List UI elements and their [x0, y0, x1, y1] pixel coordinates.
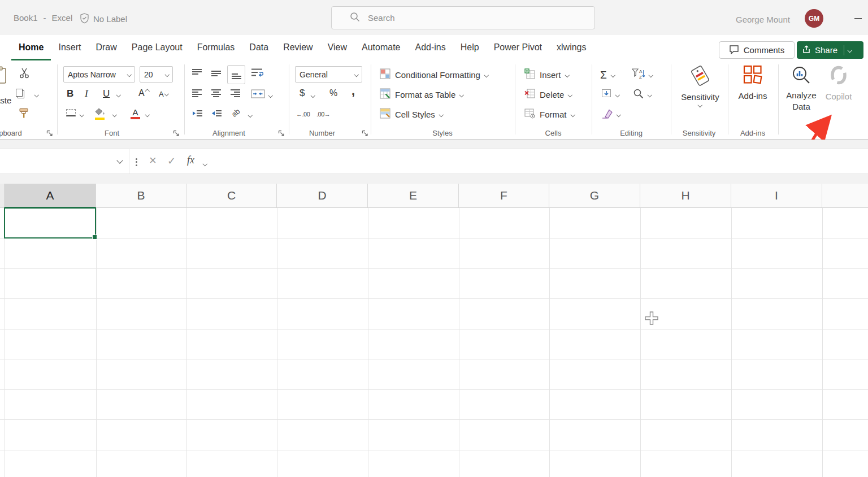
underline-button[interactable]: U	[103, 88, 110, 99]
tab-insert[interactable]: Insert	[51, 40, 88, 60]
autosum-button[interactable]: Σ	[600, 66, 614, 84]
comma-style-button[interactable]: ,	[351, 84, 355, 98]
format-as-table-button[interactable]: Format as Table	[380, 86, 463, 103]
enter-check-icon[interactable]: ✓	[167, 155, 176, 167]
align-center-icon[interactable]	[211, 89, 221, 98]
currency-button[interactable]: $	[300, 88, 305, 99]
format-painter-icon[interactable]	[19, 108, 28, 121]
increase-indent-icon[interactable]	[211, 110, 222, 120]
align-top-icon[interactable]	[192, 69, 202, 77]
font-name-combo[interactable]: Aptos Narrow	[63, 66, 135, 83]
sheet-grid[interactable]	[0, 208, 868, 477]
sort-filter-button[interactable]: AZ	[632, 66, 653, 84]
column-header[interactable]: D	[277, 184, 368, 208]
formula-bar-grip[interactable]	[136, 157, 137, 167]
share-dropdown-chevron[interactable]	[848, 48, 852, 53]
tab-power-pivot[interactable]: Power Pivot	[487, 40, 549, 60]
format-as-table-icon	[380, 88, 390, 101]
percent-button[interactable]: %	[329, 88, 337, 98]
increase-decimal-button[interactable]: ←.00	[296, 111, 310, 118]
paste-icon[interactable]	[0, 66, 7, 87]
add-ins-button-label: Add-ins	[739, 91, 767, 101]
tab-add-ins[interactable]: Add-ins	[408, 40, 453, 60]
delete-cells-button[interactable]: Delete	[524, 86, 572, 103]
fx-icon[interactable]: fx	[187, 154, 194, 166]
tab-home[interactable]: Home	[11, 40, 51, 60]
column-header[interactable]: F	[459, 184, 549, 208]
name-box-chevron[interactable]	[116, 157, 123, 163]
insert-cells-button[interactable]: Insert	[524, 66, 568, 84]
tab-formulas[interactable]: Formulas	[190, 40, 242, 60]
clear-chevron	[617, 112, 621, 117]
sensitivity-group-label: Sensitivity	[671, 129, 727, 137]
wrap-text-icon[interactable]	[251, 68, 263, 80]
cell-styles-button[interactable]: Cell Styles	[380, 106, 442, 123]
merge-center-icon[interactable]	[251, 89, 265, 101]
bold-button[interactable]: B	[67, 88, 73, 99]
decrease-indent-icon[interactable]	[192, 110, 203, 120]
column-header-selected[interactable]: A	[5, 184, 96, 208]
comments-button[interactable]: Comments	[719, 41, 795, 59]
increase-font-size-button[interactable]: A	[138, 88, 149, 98]
tab-draw[interactable]: Draw	[88, 40, 124, 60]
cancel-icon[interactable]: ×	[149, 153, 157, 168]
conditional-formatting-button[interactable]: Conditional Formatting	[380, 66, 488, 84]
copilot-button[interactable]: Copilot	[821, 65, 857, 112]
align-left-icon[interactable]	[192, 89, 202, 98]
tab-xlwings[interactable]: xlwings	[549, 40, 593, 60]
conditional-formatting-chevron	[484, 73, 489, 77]
column-header[interactable]: G	[549, 184, 640, 208]
column-header[interactable]: I	[731, 184, 822, 208]
user-name[interactable]: George Mount	[736, 15, 790, 24]
align-middle-icon[interactable]	[211, 69, 221, 77]
format-cells-button[interactable]: Format	[524, 106, 574, 123]
number-format-combo[interactable]: General	[295, 66, 362, 83]
comment-bubble-icon	[729, 45, 739, 56]
align-right-icon[interactable]	[231, 89, 240, 98]
column-header-partial[interactable]	[822, 184, 868, 208]
align-bottom-button-selected[interactable]	[227, 65, 245, 84]
minimize-button[interactable]	[851, 12, 865, 25]
alignment-dialog-launcher[interactable]	[278, 129, 285, 139]
share-button[interactable]: Share	[797, 41, 863, 59]
name-box[interactable]	[0, 149, 129, 174]
font-color-icon[interactable]: A	[131, 107, 140, 119]
gridline-vertical	[549, 208, 550, 477]
decrease-font-size-button[interactable]: A	[159, 90, 168, 98]
fill-color-icon[interactable]	[95, 107, 106, 120]
decrease-decimal-button[interactable]: .00→	[316, 111, 330, 118]
font-dialog-launcher[interactable]	[173, 129, 180, 139]
cut-icon[interactable]	[19, 68, 29, 81]
group-divider	[515, 64, 515, 135]
sensitivity-button[interactable]: Sensitivity	[676, 63, 724, 120]
add-ins-button[interactable]: Add-ins	[731, 65, 774, 112]
number-group-label: Number	[294, 129, 350, 137]
tab-page-layout[interactable]: Page Layout	[124, 40, 190, 60]
active-cell-selection[interactable]	[4, 207, 96, 238]
paste-button-label[interactable]: Paste	[0, 96, 11, 105]
search-box[interactable]: Search	[331, 6, 595, 29]
column-header[interactable]: H	[640, 184, 731, 208]
mouse-cursor-cell	[644, 310, 659, 326]
clipboard-dialog-launcher[interactable]	[46, 129, 53, 139]
copy-icon[interactable]	[15, 88, 25, 101]
fill-handle[interactable]	[92, 235, 97, 240]
clear-button[interactable]	[601, 106, 620, 123]
tab-data[interactable]: Data	[242, 40, 276, 60]
column-header[interactable]: C	[186, 184, 277, 208]
column-header[interactable]: E	[368, 184, 459, 208]
formula-input[interactable]	[214, 149, 868, 174]
borders-icon[interactable]	[66, 109, 76, 116]
italic-button[interactable]: I	[85, 88, 88, 99]
avatar[interactable]: GM	[805, 9, 823, 28]
number-dialog-launcher[interactable]	[362, 129, 368, 139]
column-header[interactable]: B	[96, 184, 186, 208]
sensitivity-label-status[interactable]: No Label	[93, 14, 127, 24]
font-size-combo[interactable]: 20	[140, 66, 173, 83]
tab-automate[interactable]: Automate	[354, 40, 407, 60]
find-select-button[interactable]	[633, 86, 652, 103]
tab-view[interactable]: View	[320, 40, 354, 60]
tab-review[interactable]: Review	[276, 40, 320, 60]
tab-help[interactable]: Help	[453, 40, 487, 60]
fill-button[interactable]	[601, 86, 619, 103]
